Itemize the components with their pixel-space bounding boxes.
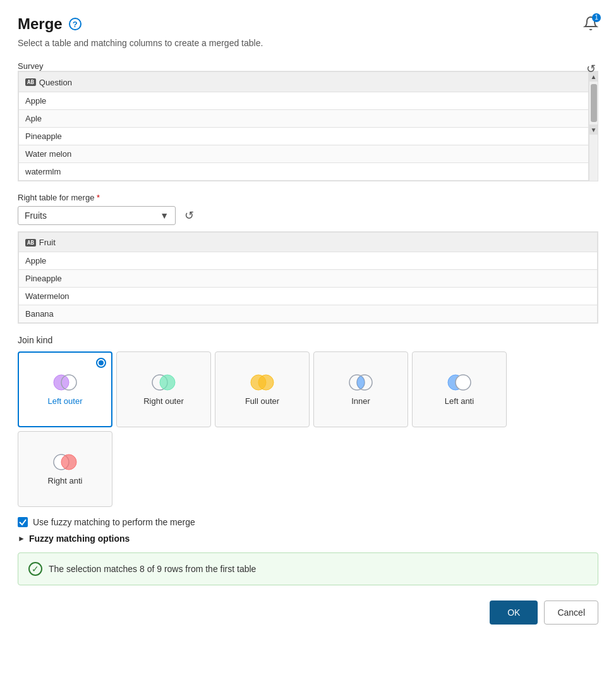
join-option-full-outer[interactable]: Full outer — [215, 351, 310, 427]
scroll-down-arrow[interactable]: ▼ — [589, 125, 598, 135]
join-option-label-inner: Inner — [351, 396, 370, 406]
join-kind-label: Join kind — [18, 335, 598, 345]
dropdown-value: Fruits — [25, 210, 47, 221]
left-table-container: AB Question AppleAplePineappleWater melo… — [18, 71, 598, 181]
table-row[interactable]: Water melon — [19, 145, 589, 162]
footer-buttons: OK Cancel — [18, 601, 598, 625]
table-row[interactable]: Apple — [19, 92, 589, 109]
left-table-scrollbar[interactable]: ▲ ▼ — [589, 71, 598, 181]
join-option-inner[interactable]: Inner — [313, 351, 408, 427]
table-row[interactable]: Watermelon — [19, 288, 598, 305]
venn-icon-inner — [347, 374, 375, 391]
left-table-label: Survey — [18, 61, 43, 71]
svg-point-13 — [61, 454, 76, 470]
join-options-container: Left outer Right outer Full outer Inner … — [18, 351, 598, 507]
left-column-type-icon: AB — [25, 78, 36, 86]
table-row[interactable]: Pineapple — [19, 127, 589, 145]
required-indicator: * — [97, 193, 100, 202]
chevron-right-icon: ► — [18, 534, 25, 543]
venn-icon-left-outer — [51, 374, 79, 391]
success-message: The selection matches 8 of 9 rows from t… — [49, 564, 256, 574]
success-banner: ✓ The selection matches 8 of 9 rows from… — [18, 552, 598, 585]
svg-point-11 — [456, 375, 471, 390]
right-table-section: Right table for merge * Fruits ▼ ↺ AB Fr… — [18, 193, 598, 324]
cancel-button[interactable]: Cancel — [544, 601, 598, 625]
join-option-right-outer[interactable]: Right outer — [116, 351, 211, 427]
right-column-type-icon: AB — [25, 239, 36, 247]
join-option-left-outer[interactable]: Left outer — [18, 351, 112, 427]
scroll-thumb[interactable] — [591, 84, 597, 122]
join-option-label-full-outer: Full outer — [245, 396, 279, 406]
chevron-down-icon: ▼ — [160, 210, 169, 221]
table-row[interactable]: watermlm — [19, 162, 589, 180]
join-option-label-left-anti: Left anti — [445, 396, 474, 406]
table-row[interactable]: Pineapple — [19, 270, 598, 288]
left-column-header-label: Question — [39, 78, 72, 87]
fuzzy-matching-label: Use fuzzy matching to perform the merge — [33, 517, 195, 527]
right-table-dropdown[interactable]: Fruits ▼ — [18, 206, 176, 225]
help-icon[interactable]: ? — [69, 18, 82, 30]
right-column-header-label: Fruit — [39, 238, 56, 247]
right-table-refresh-button[interactable]: ↺ — [182, 207, 196, 224]
join-option-left-anti[interactable]: Left anti — [412, 351, 507, 427]
left-table: AB Question AppleAplePineappleWater melo… — [18, 71, 589, 181]
left-table-refresh-button[interactable]: ↺ — [584, 61, 598, 77]
table-row[interactable]: Apple — [19, 252, 598, 270]
right-table: AB Fruit ApplePineappleWatermelonBanana — [18, 232, 598, 324]
table-row[interactable]: Aple — [19, 109, 589, 127]
fuzzy-options-toggle[interactable]: ► Fuzzy matching options — [18, 534, 598, 544]
svg-point-5 — [258, 375, 274, 390]
venn-icon-right-anti — [51, 453, 79, 471]
page-header: Merge ? 1 — [18, 15, 598, 33]
ok-button[interactable]: OK — [490, 601, 538, 625]
venn-icon-full-outer — [248, 374, 276, 391]
venn-icon-left-anti — [445, 374, 473, 391]
fuzzy-matching-row: Use fuzzy matching to perform the merge — [18, 517, 598, 527]
join-kind-section: Join kind Left outer Right outer Full ou… — [18, 335, 598, 507]
join-option-label-right-anti: Right anti — [48, 476, 83, 485]
join-option-label-left-outer: Left outer — [48, 396, 83, 406]
page-title: Merge — [18, 15, 63, 33]
join-option-label-right-outer: Right outer — [143, 396, 184, 406]
right-table-label: Right table for merge * — [18, 193, 598, 202]
left-table-column-header: AB Question — [19, 72, 589, 92]
left-table-section: Survey ↺ AB Question AppleAplePineappleW… — [18, 61, 598, 181]
radio-selected-dot — [96, 358, 106, 368]
right-table-dropdown-row: Fruits ▼ ↺ — [18, 206, 598, 225]
table-row[interactable]: Banana — [19, 305, 598, 323]
notification-icon[interactable]: 1 — [583, 16, 598, 33]
notification-badge: 1 — [592, 13, 601, 22]
fuzzy-matching-checkbox[interactable] — [18, 517, 28, 527]
subtitle: Select a table and matching columns to c… — [18, 38, 598, 48]
fuzzy-options-label: Fuzzy matching options — [29, 534, 130, 544]
right-table-container: AB Fruit ApplePineappleWatermelonBanana — [18, 231, 598, 324]
venn-icon-right-outer — [150, 374, 178, 391]
right-table-column-header: AB Fruit — [19, 232, 598, 252]
join-option-right-anti[interactable]: Right anti — [18, 431, 112, 507]
success-icon: ✓ — [28, 562, 42, 576]
svg-point-3 — [160, 375, 175, 390]
